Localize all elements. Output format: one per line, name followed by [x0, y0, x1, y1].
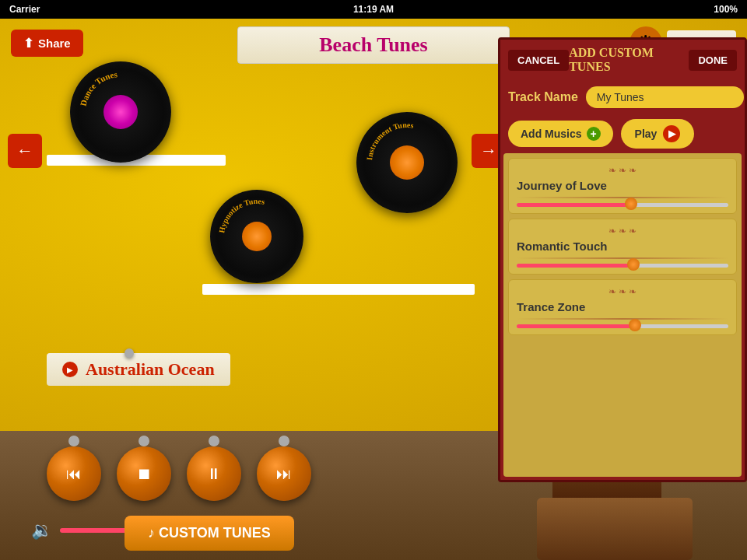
floral-divider: ❧ ❧ ❧: [517, 226, 728, 236]
shelf-left-side: [47, 155, 58, 295]
svg-text:Dance Tunes: Dance Tunes: [79, 69, 119, 107]
custom-tunes-button[interactable]: ♪ CUSTOM TUNES: [124, 516, 294, 551]
vinyl-dance[interactable]: Dance Tunes: [70, 61, 171, 163]
custom-panel: CANCEL ADD CUSTOM TUNES DONE Track Name …: [498, 37, 747, 482]
panel-tracks-list: ❧ ❧ ❧ Journey of Love ❧ ❧ ❧ Romantic Tou…: [503, 153, 742, 477]
playing-dot: ▶: [62, 362, 78, 377]
title-banner-container: Beach Tunes: [237, 26, 510, 64]
track-divider: [517, 318, 728, 320]
gramophone-base: [537, 498, 693, 560]
volume-icon: 🔉: [31, 520, 52, 541]
track-name-input[interactable]: [586, 86, 744, 108]
add-musics-label: Add Musics: [521, 128, 582, 140]
play-panel-button[interactable]: Play ▶: [621, 119, 695, 149]
panel-done-button[interactable]: DONE: [689, 50, 737, 71]
track-slider-thumb[interactable]: [629, 319, 641, 331]
track-slider-row: [517, 264, 728, 268]
left-arrow-icon: ←: [16, 141, 33, 161]
track-slider[interactable]: [517, 264, 728, 268]
transport-controls: ⏮ ⏹ ⏸ ⏭: [47, 446, 311, 501]
now-playing-content: ▶ Australian Ocean: [47, 353, 230, 386]
share-button[interactable]: ⬆ Share: [11, 30, 83, 57]
vinyl-instrument-outer: Instrument Tunes: [356, 112, 458, 213]
track-divider: [517, 257, 728, 259]
track-item-name: Trance Zone: [517, 300, 728, 313]
rewind-button[interactable]: ⏮: [47, 446, 101, 501]
floral-divider: ❧ ❧ ❧: [517, 286, 728, 297]
status-bar: Carrier 11:19 AM 100%: [0, 0, 747, 19]
track-name-row: Track Name: [500, 80, 745, 114]
pause-button[interactable]: ⏸: [187, 446, 241, 501]
track-slider[interactable]: [517, 324, 728, 328]
play-panel-icon: ▶: [663, 125, 680, 142]
track-slider-row: [517, 203, 728, 207]
pin-1: [124, 348, 134, 358]
track-item-name: Journey of Love: [517, 179, 728, 192]
battery-text: 100%: [714, 4, 738, 15]
stop-button[interactable]: ⏹: [117, 446, 171, 501]
track-slider-thumb[interactable]: [627, 258, 640, 271]
track-slider[interactable]: [517, 203, 728, 207]
page-title: Beach Tunes: [237, 26, 510, 64]
rewind-icon: ⏮: [66, 465, 82, 483]
panel-header: CANCEL ADD CUSTOM TUNES DONE: [500, 40, 745, 80]
track-slider-thumb[interactable]: [625, 198, 637, 210]
custom-tunes-label: ♪ CUSTOM TUNES: [148, 525, 271, 541]
panel-title: ADD CUSTOM TUNES: [569, 46, 689, 74]
track-item: ❧ ❧ ❧ Romantic Touch: [508, 219, 737, 275]
right-arrow-icon: →: [480, 141, 497, 161]
vinyl-hypnotize-label: Hypnotize Tunes: [210, 190, 303, 283]
pause-icon: ⏸: [206, 465, 222, 483]
time-text: 11:19 AM: [353, 4, 394, 15]
vinyl-dance-outer: Dance Tunes: [70, 61, 171, 163]
app-container: ⬆ Share Beach Tunes ⚙ Settings ← →: [0, 19, 747, 560]
vinyl-hypnotize[interactable]: Hypnotize Tunes: [210, 190, 303, 283]
track-name-label: Track Name: [508, 90, 578, 104]
vinyl-instrument-label: Instrument Tunes: [356, 112, 458, 213]
play-panel-label: Play: [635, 128, 658, 140]
carrier-text: Carrier: [9, 4, 40, 15]
track-item: ❧ ❧ ❧ Journey of Love: [508, 158, 737, 214]
left-nav-button[interactable]: ←: [8, 134, 42, 168]
panel-cancel-button[interactable]: CANCEL: [508, 50, 569, 71]
floral-divider: ❧ ❧ ❧: [517, 165, 728, 176]
panel-actions-row: Add Musics + Play ▶: [500, 114, 745, 153]
vinyl-hypnotize-outer: Hypnotize Tunes: [210, 190, 303, 283]
share-icon: ⬆: [23, 36, 33, 51]
add-plus-icon: +: [587, 127, 601, 141]
share-label: Share: [38, 37, 71, 50]
stop-icon: ⏹: [136, 465, 152, 483]
forward-icon: ⏭: [276, 465, 292, 483]
add-musics-button[interactable]: Add Musics +: [508, 121, 613, 147]
now-playing-banner: ▶ Australian Ocean: [47, 353, 230, 386]
vinyl-instrument[interactable]: Instrument Tunes: [356, 112, 458, 213]
shelf-bottom-plank: [202, 284, 475, 295]
svg-text:Instrument Tunes: Instrument Tunes: [365, 121, 414, 161]
track-item-name: Romantic Touch: [517, 240, 728, 253]
vinyl-dance-label: Dance Tunes: [70, 61, 171, 163]
now-playing-text: Australian Ocean: [86, 359, 215, 380]
svg-text:Hypnotize Tunes: Hypnotize Tunes: [217, 197, 265, 233]
track-slider-row: [517, 324, 728, 328]
track-item: ❧ ❧ ❧ Trance Zone: [508, 279, 737, 335]
forward-button[interactable]: ⏭: [257, 446, 311, 501]
track-divider: [517, 197, 728, 198]
